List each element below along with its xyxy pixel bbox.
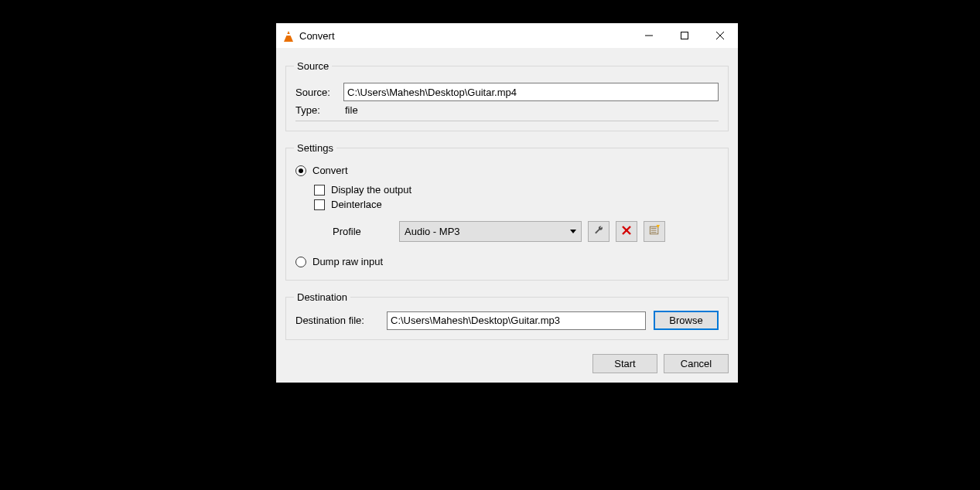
profile-combo[interactable]: Audio - MP3 xyxy=(399,221,582,242)
new-profile-button[interactable] xyxy=(644,221,665,242)
source-label: Source: xyxy=(295,87,343,98)
convert-radio-label: Convert xyxy=(312,165,348,176)
dialog-body: Source Source: Type: file Settings Conve… xyxy=(276,48,738,383)
destination-legend: Destination xyxy=(294,291,350,303)
close-button[interactable] xyxy=(702,24,738,47)
svg-rect-1 xyxy=(681,32,688,39)
source-input[interactable] xyxy=(343,83,719,101)
convert-dialog: Convert Source Source: Type: file xyxy=(276,23,738,383)
svg-marker-4 xyxy=(570,230,576,233)
source-legend: Source xyxy=(294,60,332,72)
wrench-icon xyxy=(593,225,604,238)
settings-group: Settings Convert Display the output Dein… xyxy=(285,142,729,281)
new-list-icon xyxy=(649,225,660,238)
start-button[interactable]: Start xyxy=(592,354,657,373)
settings-legend: Settings xyxy=(294,142,336,154)
minimize-button[interactable] xyxy=(631,24,667,47)
browse-button[interactable]: Browse xyxy=(654,311,719,330)
destination-input[interactable] xyxy=(387,311,646,330)
dump-raw-radio[interactable] xyxy=(295,257,306,267)
type-label: Type: xyxy=(295,104,343,116)
chevron-down-icon xyxy=(570,230,576,234)
deinterlace-label: Deinterlace xyxy=(331,199,382,210)
cancel-button-label: Cancel xyxy=(681,358,712,369)
display-output-label: Display the output xyxy=(331,184,411,196)
cancel-button[interactable]: Cancel xyxy=(664,354,729,373)
convert-radio[interactable] xyxy=(295,165,306,176)
dump-raw-label: Dump raw input xyxy=(312,256,383,267)
start-button-label: Start xyxy=(614,358,635,369)
dialog-footer: Start Cancel xyxy=(285,351,729,373)
destination-label: Destination file: xyxy=(295,315,379,326)
title-bar: Convert xyxy=(276,23,738,48)
vlc-cone-icon xyxy=(282,29,295,42)
source-divider xyxy=(295,121,719,121)
source-group: Source Source: Type: file xyxy=(285,60,729,131)
maximize-button[interactable] xyxy=(667,24,702,47)
display-output-checkbox[interactable] xyxy=(314,185,325,196)
browse-button-label: Browse xyxy=(669,315,702,326)
profile-value: Audio - MP3 xyxy=(405,226,460,237)
destination-group: Destination Destination file: Browse xyxy=(285,291,729,340)
edit-profile-button[interactable] xyxy=(588,221,610,242)
type-value: file xyxy=(343,104,358,116)
window-controls xyxy=(631,24,738,47)
window-title: Convert xyxy=(299,30,335,42)
x-icon xyxy=(621,225,632,238)
deinterlace-checkbox[interactable] xyxy=(314,199,325,210)
profile-label: Profile xyxy=(333,226,393,237)
delete-profile-button[interactable] xyxy=(616,221,637,242)
